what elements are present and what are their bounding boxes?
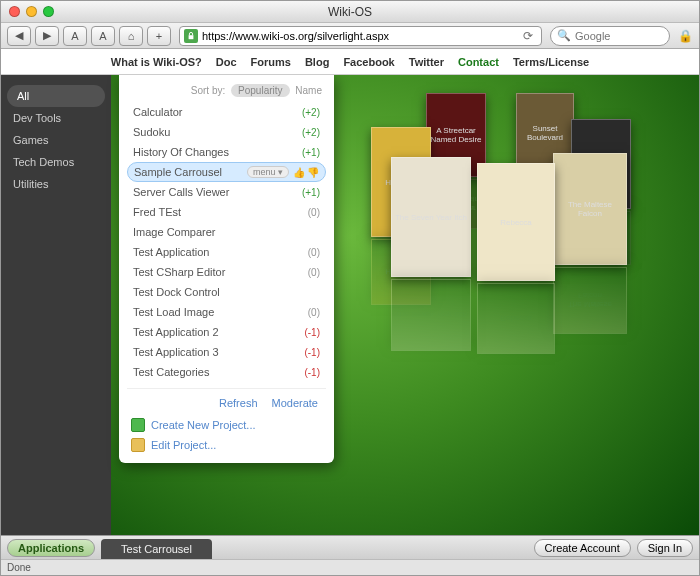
- poster-title: The Maltese Falcon: [556, 156, 624, 262]
- sign-in-button[interactable]: Sign In: [637, 539, 693, 557]
- create-account-button[interactable]: Create Account: [534, 539, 631, 557]
- app-row[interactable]: Calculator(+2): [127, 102, 326, 122]
- home-button[interactable]: ⌂: [119, 26, 143, 46]
- app-score: (0): [294, 267, 320, 278]
- poster-title: Rebecca: [480, 166, 552, 278]
- poster[interactable]: Rebecca: [477, 163, 555, 281]
- taskbar: Applications Test Carrousel Create Accou…: [1, 535, 699, 559]
- status-bar: Done: [1, 559, 699, 575]
- svg-rect-0: [189, 35, 194, 39]
- app-row[interactable]: Test Application(0): [127, 242, 326, 262]
- app-row[interactable]: Test Dock Control: [127, 282, 326, 302]
- thumb-down-icon[interactable]: 👎: [307, 167, 319, 178]
- app-score: (+1): [294, 147, 320, 158]
- nav-contact[interactable]: Contact: [458, 56, 499, 68]
- app-name: Test Application 2: [133, 326, 294, 338]
- url-bar[interactable]: ⟳: [179, 26, 542, 46]
- poster-title: The Seven Year Itch: [394, 160, 468, 274]
- create-project-link[interactable]: Create New Project...: [131, 415, 322, 435]
- text-larger-button[interactable]: A: [91, 26, 115, 46]
- padlock-icon: 🔒: [674, 29, 693, 43]
- app-name: History Of Changes: [133, 146, 294, 158]
- edit-project-link[interactable]: Edit Project...: [131, 435, 322, 455]
- new-project-icon: [131, 418, 145, 432]
- app-row[interactable]: Fred TEst(0): [127, 202, 326, 222]
- add-button[interactable]: +: [147, 26, 171, 46]
- nav-what-is-wiki-os-[interactable]: What is Wiki-OS?: [111, 56, 202, 68]
- poster-title: The Maltese Falcon: [556, 270, 624, 331]
- app-row[interactable]: Sudoku(+2): [127, 122, 326, 142]
- app-name: Image Comparer: [133, 226, 294, 238]
- nav-doc[interactable]: Doc: [216, 56, 237, 68]
- desktop: AllDev ToolsGamesTech DemosUtilities Sor…: [1, 75, 699, 535]
- app-name: Calculator: [133, 106, 294, 118]
- category-sidebar: AllDev ToolsGamesTech DemosUtilities: [1, 75, 111, 535]
- forward-button[interactable]: ▶: [35, 26, 59, 46]
- app-score: (+1): [294, 187, 320, 198]
- app-score: (-1): [294, 367, 320, 378]
- app-name: Sample Carrousel: [134, 166, 243, 178]
- app-row[interactable]: Test CSharp Editor(0): [127, 262, 326, 282]
- thumb-up-icon[interactable]: 👍: [293, 167, 305, 178]
- lock-icon: [184, 29, 198, 43]
- app-name: Test CSharp Editor: [133, 266, 294, 278]
- site-nav: What is Wiki-OS?DocForumsBlogFacebookTwi…: [1, 49, 699, 75]
- url-input[interactable]: [202, 30, 515, 42]
- poster-title: Rebecca: [480, 286, 552, 351]
- poster[interactable]: The Maltese Falcon: [553, 153, 627, 265]
- edit-project-icon: [131, 438, 145, 452]
- sidebar-item-all[interactable]: All: [7, 85, 105, 107]
- app-name: Test Application: [133, 246, 294, 258]
- refresh-link[interactable]: Refresh: [219, 397, 258, 409]
- app-name: Fred TEst: [133, 206, 294, 218]
- app-row[interactable]: Test Load Image(0): [127, 302, 326, 322]
- app-row[interactable]: Test Application 3(-1): [127, 342, 326, 362]
- app-row[interactable]: Server Calls Viewer(+1): [127, 182, 326, 202]
- app-score: (-1): [294, 347, 320, 358]
- sort-name[interactable]: Name: [295, 85, 322, 96]
- search-bar[interactable]: 🔍: [550, 26, 670, 46]
- app-row[interactable]: Sample Carrouselmenu ▾👍👎: [127, 162, 326, 182]
- sort-row: Sort by: Popularity Name: [127, 85, 326, 102]
- nav-facebook[interactable]: Facebook: [343, 56, 394, 68]
- sidebar-item-games[interactable]: Games: [1, 129, 111, 151]
- app-name: Test Load Image: [133, 306, 294, 318]
- poster-title: The Seven Year Itch: [394, 282, 468, 348]
- carousel[interactable]: A Streetcar Named DesireA Streetcar Name…: [361, 93, 661, 333]
- search-input[interactable]: [575, 30, 655, 42]
- sidebar-item-dev-tools[interactable]: Dev Tools: [1, 107, 111, 129]
- sidebar-item-utilities[interactable]: Utilities: [1, 173, 111, 195]
- app-name: Sudoku: [133, 126, 294, 138]
- browser-toolbar: ◀ ▶ A A ⌂ + ⟳ 🔍 🔒: [1, 23, 699, 49]
- app-score: (+2): [294, 107, 320, 118]
- applications-button[interactable]: Applications: [7, 539, 95, 557]
- text-smaller-button[interactable]: A: [63, 26, 87, 46]
- moderate-link[interactable]: Moderate: [272, 397, 318, 409]
- nav-twitter[interactable]: Twitter: [409, 56, 444, 68]
- app-score: (-1): [294, 327, 320, 338]
- back-button[interactable]: ◀: [7, 26, 31, 46]
- app-name: Test Dock Control: [133, 286, 294, 298]
- create-project-label: Create New Project...: [151, 419, 256, 431]
- status-text: Done: [7, 562, 31, 573]
- taskbar-tab[interactable]: Test Carrousel: [101, 539, 212, 559]
- app-score: (0): [294, 307, 320, 318]
- app-score: (+2): [294, 127, 320, 138]
- nav-forums[interactable]: Forums: [251, 56, 291, 68]
- app-name: Test Application 3: [133, 346, 294, 358]
- app-score: (0): [294, 207, 320, 218]
- app-row[interactable]: Image Comparer: [127, 222, 326, 242]
- app-row[interactable]: Test Application 2(-1): [127, 322, 326, 342]
- reload-icon[interactable]: ⟳: [519, 29, 537, 43]
- nav-terms-license[interactable]: Terms/License: [513, 56, 589, 68]
- search-icon: 🔍: [557, 29, 571, 42]
- poster: The Seven Year Itch: [391, 279, 471, 351]
- sort-popularity[interactable]: Popularity: [231, 84, 289, 97]
- app-score: (0): [294, 247, 320, 258]
- app-row[interactable]: Test Categories(-1): [127, 362, 326, 382]
- sidebar-item-tech-demos[interactable]: Tech Demos: [1, 151, 111, 173]
- nav-blog[interactable]: Blog: [305, 56, 329, 68]
- app-menu-button[interactable]: menu ▾: [247, 166, 289, 178]
- app-row[interactable]: History Of Changes(+1): [127, 142, 326, 162]
- poster[interactable]: The Seven Year Itch: [391, 157, 471, 277]
